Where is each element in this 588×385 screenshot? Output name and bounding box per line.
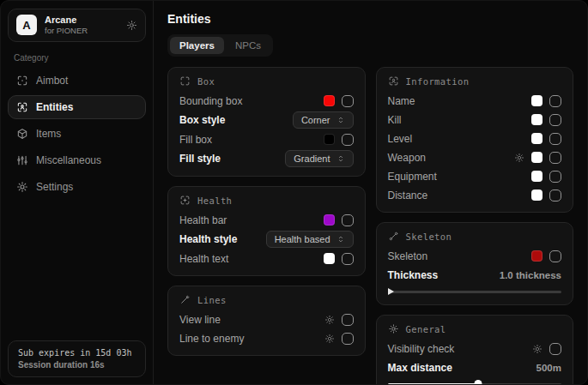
sidebar: A Arcane for PIONER Category Aimbot	[1, 1, 154, 384]
color-swatch[interactable]	[531, 95, 543, 106]
main-content: Entities Players NPCs Box Boundin	[154, 1, 587, 384]
sidebar-item-label: Entities	[36, 101, 73, 113]
setting-row-weapon: Weapon	[388, 149, 562, 165]
setting-row-line-to-enemy: Line to enemy	[179, 330, 354, 346]
panel-information: Information Name Kill	[376, 67, 574, 213]
checkbox[interactable]	[342, 333, 354, 345]
setting-row-thickness: Thickness 1.0 thickness	[388, 267, 562, 283]
sidebar-item-label: Aimbot	[36, 75, 68, 87]
brand-name: Arcane	[45, 15, 118, 26]
dropdown-value: Health based	[275, 234, 330, 244]
slider-thumb[interactable]	[474, 380, 482, 384]
panel-header: Information	[388, 75, 562, 87]
gear-icon[interactable]	[514, 153, 524, 163]
color-swatch[interactable]	[531, 189, 543, 201]
panel-title: Box	[197, 76, 215, 87]
unfold-icon	[336, 154, 345, 163]
panel-title: Information	[406, 76, 470, 87]
session-duration-text: Session duration 16s	[18, 360, 136, 370]
setting-row-visibility-check: Visibility check	[388, 340, 562, 357]
sidebar-item-aimbot[interactable]: Aimbot	[8, 69, 146, 93]
panel-general: General Visibility check Max distance	[376, 315, 574, 384]
max-distance-slider[interactable]	[388, 381, 562, 384]
color-swatch[interactable]	[324, 214, 335, 226]
color-swatch[interactable]	[531, 171, 543, 182]
pencil-line-icon	[179, 294, 191, 305]
color-swatch[interactable]	[531, 250, 543, 262]
slider-track	[388, 291, 562, 293]
checkbox[interactable]	[549, 152, 561, 164]
color-swatch[interactable]	[531, 114, 543, 125]
checkbox[interactable]	[342, 134, 354, 146]
checkbox[interactable]	[342, 214, 354, 226]
fill-style-dropdown[interactable]: Gradient	[285, 150, 353, 167]
setting-label: Name	[388, 95, 415, 107]
unfold-icon	[336, 116, 345, 124]
setting-label: Line to enemy	[179, 333, 244, 345]
setting-row-max-distance: Max distance 500m	[388, 359, 562, 376]
setting-label: Level	[388, 133, 413, 145]
setting-label: Thickness	[388, 269, 439, 281]
color-swatch[interactable]	[324, 253, 335, 264]
sidebar-nav: Aimbot Entities Items Miscellaneous	[8, 69, 146, 199]
setting-label: View line	[179, 314, 221, 326]
color-swatch[interactable]	[531, 133, 543, 144]
setting-row-fill-box: Fill box	[179, 131, 354, 147]
slider-thumb[interactable]	[388, 288, 394, 295]
box-corners-icon	[179, 75, 191, 87]
gear-icon[interactable]	[324, 315, 335, 325]
sidebar-item-settings[interactable]: Settings	[8, 175, 146, 199]
sidebar-item-miscellaneous[interactable]: Miscellaneous	[8, 148, 146, 172]
health-style-dropdown[interactable]: Health based	[266, 231, 354, 248]
slider-fill	[388, 383, 478, 384]
checkbox[interactable]	[549, 171, 561, 183]
setting-label: Visibility check	[388, 343, 455, 355]
setting-label: Kill	[388, 114, 402, 126]
sidebar-item-entities[interactable]: Entities	[8, 95, 146, 119]
color-swatch[interactable]	[324, 95, 335, 106]
sidebar-item-label: Miscellaneous	[36, 154, 101, 166]
left-column: Box Bounding box Box style	[167, 67, 366, 356]
sidebar-item-items[interactable]: Items	[8, 122, 146, 146]
checkbox[interactable]	[342, 253, 354, 265]
tab-players[interactable]: Players	[170, 37, 224, 54]
gear-icon[interactable]	[324, 334, 335, 344]
sidebar-item-label: Settings	[36, 181, 73, 193]
setting-row-health-bar: Health bar	[179, 212, 354, 228]
unfold-icon	[336, 235, 345, 244]
brand-text: Arcane for PIONER	[45, 15, 118, 36]
setting-row-fill-style: Fill style Gradient	[179, 150, 354, 167]
brand-logo: A	[16, 15, 37, 35]
setting-label: Skeleton	[388, 250, 428, 262]
box-style-dropdown[interactable]: Corner	[293, 111, 354, 129]
setting-label: Bounding box	[179, 95, 242, 107]
checkbox[interactable]	[549, 189, 561, 202]
checkbox[interactable]	[549, 95, 561, 107]
sun-icon	[388, 323, 399, 334]
setting-label: Max distance	[388, 362, 452, 374]
package-icon	[16, 128, 28, 140]
setting-label: Distance	[388, 189, 428, 202]
gear-icon[interactable]	[532, 344, 543, 354]
panel-header: Box	[179, 75, 354, 87]
color-swatch[interactable]	[324, 134, 335, 145]
checkbox[interactable]	[549, 133, 561, 145]
checkbox[interactable]	[549, 250, 561, 262]
setting-row-health-style: Health style Health based	[179, 231, 354, 248]
panel-title: Lines	[197, 295, 227, 305]
dropdown-value: Corner	[301, 115, 330, 125]
tab-npcs[interactable]: NPCs	[226, 37, 270, 54]
setting-label: Health bar	[179, 214, 227, 226]
checkbox[interactable]	[549, 343, 561, 355]
gear-icon[interactable]	[126, 20, 137, 31]
panel-health: Health Health bar Health style	[167, 186, 366, 276]
checkbox[interactable]	[549, 114, 561, 126]
setting-row-view-line: View line	[179, 311, 354, 328]
setting-row-level: Level	[388, 130, 562, 147]
checkbox[interactable]	[342, 314, 354, 326]
dropdown-value: Gradient	[294, 153, 330, 164]
color-swatch[interactable]	[531, 152, 543, 163]
crosshair-icon	[16, 75, 28, 87]
checkbox[interactable]	[342, 95, 354, 107]
thickness-slider[interactable]	[388, 288, 562, 296]
